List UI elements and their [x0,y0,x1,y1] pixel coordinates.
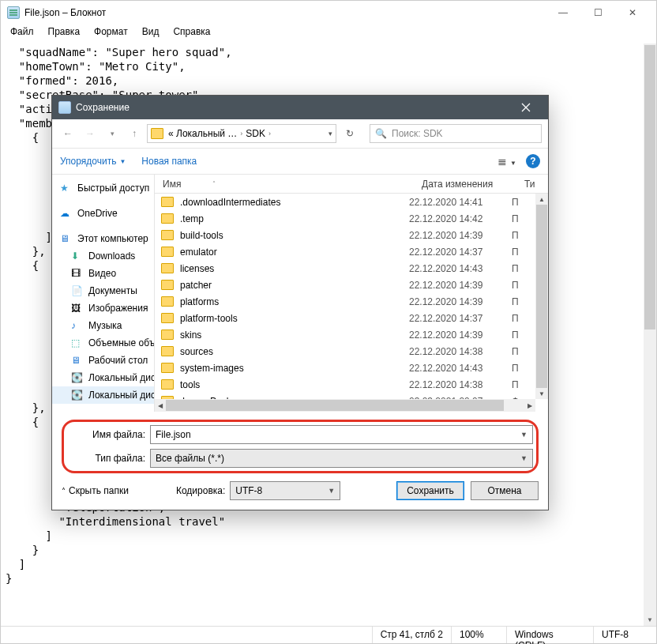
row-date: 22.12.2020 14:41 [409,197,512,208]
list-item[interactable]: sources22.12.2020 14:38П [155,343,535,360]
menu-file[interactable]: Файл [4,24,40,40]
scroll-right-icon[interactable]: ▶ [524,399,535,412]
folder-icon [161,363,174,373]
tree-onedrive[interactable]: ☁OneDrive [52,205,154,222]
list-item[interactable]: build-tools22.12.2020 14:39П [155,227,535,243]
list-item[interactable]: platform-tools22.12.2020 14:37П [155,310,535,326]
list-item[interactable]: .downloadIntermediates22.12.2020 14:41П [155,194,535,210]
row-type: П [512,247,535,258]
scroll-thumb[interactable] [644,45,655,330]
notepad-title: File.json – Блокнот [24,7,106,18]
tree-pictures[interactable]: 🖼Изображения [52,299,154,317]
notepad-vscrollbar[interactable]: ▲ ▼ [644,43,656,626]
tree-desktop[interactable]: 🖥Рабочий стол [52,352,154,369]
list-item[interactable]: system-images22.12.2020 14:43П [155,360,535,376]
list-item[interactable]: tools22.12.2020 14:38П [155,376,535,393]
notepad-titlebar[interactable]: File.json – Блокнот — ☐ ✕ [1,1,656,24]
row-type: П [512,213,535,224]
encoding-select[interactable]: UTF-8▼ [230,481,340,500]
menu-format[interactable]: Формат [88,24,134,40]
search-input[interactable]: 🔍 Поиск: SDK [370,124,542,143]
row-date: 22.12.2020 14:43 [409,263,512,274]
tree-this-pc[interactable]: 🖥Этот компьютер [52,230,154,247]
tree-downloads[interactable]: ⬇Downloads [52,247,154,265]
chevron-right-icon: › [268,130,271,137]
breadcrumb[interactable]: « Локальный … › SDK › ▾ [147,124,336,143]
nav-up-button[interactable]: ↑ [125,124,144,143]
list-item[interactable]: licenses22.12.2020 14:43П [155,260,535,277]
music-icon: ♪ [71,320,84,331]
row-name: patcher [180,280,409,291]
hide-folders-button[interactable]: ˄Скрыть папки [62,485,129,496]
row-name: emulator [180,247,409,258]
tree-disk-c[interactable]: 💽Локальный диск [52,369,154,386]
list-item[interactable]: .temp22.12.2020 14:42П [155,210,535,227]
menu-help[interactable]: Справка [167,24,216,40]
sort-up-icon: ˄ [212,180,216,187]
nav-recent-icon[interactable]: ▾ [103,124,122,143]
dialog-title: Сохранение [76,102,130,113]
filename-input[interactable]: File.json▼ [150,425,533,444]
col-name[interactable]: Имя [163,179,181,190]
col-type[interactable]: Ти [524,179,548,190]
list-hscrollbar[interactable]: ◀ ▶ [155,399,535,412]
close-button[interactable]: ✕ [615,2,650,24]
filetype-select[interactable]: Все файлы (*.*)▼ [150,449,533,468]
dialog-titlebar[interactable]: Сохранение [52,96,548,119]
maximize-button[interactable]: ☐ [580,2,615,24]
nav-back-button[interactable]: ← [58,124,77,143]
list-vscrollbar[interactable]: ▲ ▼ [535,194,548,399]
crumb-seg2[interactable]: SDK [246,128,265,139]
list-item[interactable]: platforms22.12.2020 14:39П [155,293,535,310]
download-icon: ⬇ [71,250,84,262]
row-type: П [512,313,535,324]
row-name: skins [180,330,409,341]
list-item[interactable]: emulator22.12.2020 14:37П [155,243,535,260]
tree-documents[interactable]: 📄Документы [52,282,154,299]
scroll-down-icon[interactable]: ▼ [644,613,656,626]
scroll-up-icon[interactable]: ▲ [535,194,548,205]
folder-icon [161,247,174,257]
cancel-button[interactable]: Отмена [471,481,539,500]
view-button[interactable]: ≣ ▼ [497,155,516,168]
tree-music[interactable]: ♪Музыка [52,317,154,334]
minimize-button[interactable]: — [546,2,580,24]
list-item[interactable]: .knownPackages03.03.2021 20:07Ф [155,393,535,399]
nav-forward-button[interactable]: → [81,124,99,143]
scroll-left-icon[interactable]: ◀ [155,399,166,412]
tree-videos[interactable]: 🎞Видео [52,265,154,282]
chevron-down-icon[interactable]: ▼ [520,431,527,439]
folder-icon [151,128,163,139]
organize-button[interactable]: Упорядочить ▼ [60,156,126,167]
chevron-down-icon[interactable]: ▼ [520,454,527,462]
dialog-close-button[interactable] [510,96,542,119]
dialog-footer: ˄Скрыть папки Кодировка: UTF-8▼ Сохранит… [52,473,548,510]
row-type: П [512,363,535,374]
scroll-down-icon[interactable]: ▼ [535,388,548,399]
refresh-button[interactable]: ↻ [340,124,360,143]
list-item[interactable]: skins22.12.2020 14:39П [155,326,535,343]
help-button[interactable]: ? [526,154,540,168]
col-date[interactable]: Дата изменения [422,179,524,190]
save-button[interactable]: Сохранить [396,481,464,500]
scroll-thumb[interactable] [536,205,547,388]
menu-view[interactable]: Вид [136,24,166,40]
tree-3d[interactable]: ⬚Объемные объекты [52,334,154,352]
row-date: 22.12.2020 14:39 [409,280,512,291]
crumb-seg1[interactable]: « Локальный … [168,128,237,139]
folder-icon [161,346,174,356]
row-type: П [512,296,535,307]
tree-disk-d[interactable]: 💽Локальный диск [52,386,154,404]
scroll-thumb[interactable] [166,400,504,411]
chevron-down-icon[interactable]: ▼ [328,487,335,495]
star-icon: ★ [60,183,73,194]
chevron-down-icon[interactable]: ▾ [328,130,332,137]
new-folder-button[interactable]: Новая папка [141,156,197,167]
tree-quick-access[interactable]: ★Быстрый доступ [52,179,154,197]
list-item[interactable]: patcher22.12.2020 14:39П [155,277,535,293]
menu-edit[interactable]: Правка [42,24,87,40]
status-eol: Windows (CRLF) [506,627,593,643]
nav-tree: ★Быстрый доступ ☁OneDrive 🖥Этот компьюте… [52,175,155,412]
list-header[interactable]: Имя˄ Дата изменения Ти [155,175,548,194]
notepad-icon [7,6,20,19]
